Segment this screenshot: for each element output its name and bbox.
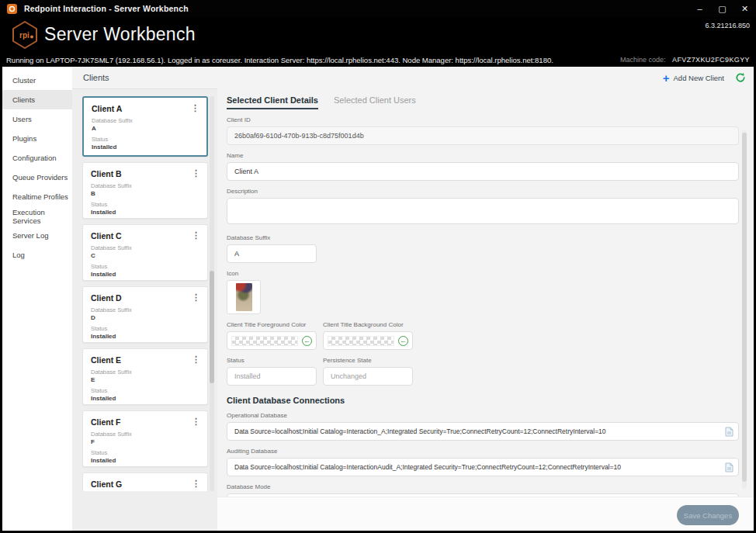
client-icon-picker[interactable] <box>227 280 261 314</box>
card-menu-kebab-icon[interactable]: ⋮ <box>189 230 203 241</box>
database-suffix-field[interactable] <box>227 244 317 263</box>
card-status-label: Status <box>92 136 199 143</box>
sidebar-item-configuration[interactable]: Configuration <box>2 148 72 168</box>
persistence-state-label: Persistence State <box>323 357 416 364</box>
client-card-client-d[interactable]: Client D⋮Database SuffixDStatusInstalled <box>82 286 208 343</box>
icon-label: Icon <box>227 270 754 277</box>
bg-color-field[interactable]: ← <box>323 331 413 350</box>
client-card-client-f[interactable]: Client F⋮Database SuffixFStatusInstalled <box>82 410 208 467</box>
machine-code: Machine code: AFVZ7XKU2FC9KGYY <box>620 56 750 64</box>
operational-database-field[interactable] <box>227 422 739 441</box>
card-menu-kebab-icon[interactable]: ⋮ <box>189 292 203 303</box>
card-suffix-label: Database Suffix <box>91 431 199 438</box>
client-card-title: Client E <box>91 355 199 365</box>
app-window: Redpoint Interaction - Server Workbench … <box>0 0 756 533</box>
add-new-client-button[interactable]: + Add New Client <box>663 72 724 84</box>
client-card-title: Client F <box>91 417 199 427</box>
close-button[interactable]: ✕ <box>733 0 756 17</box>
header: rpi Server Workbench 6.3.21216.850 <box>0 17 756 53</box>
refresh-icon <box>735 72 746 83</box>
sidebar-item-cluster[interactable]: Cluster <box>2 71 72 90</box>
tab-selected-client-users[interactable]: Selected Client Users <box>334 95 416 109</box>
auditing-database-input[interactable] <box>234 463 720 471</box>
page-title: Server Workbench <box>44 24 196 45</box>
client-card-title: Client A <box>92 104 199 113</box>
details-scrollbar-thumb[interactable] <box>742 133 747 482</box>
titlebar: Redpoint Interaction - Server Workbench … <box>0 0 756 17</box>
sidebar-item-realtime-profiles[interactable]: Realtime Profiles <box>2 187 72 206</box>
maximize-button[interactable]: ▢ <box>711 0 733 17</box>
card-menu-kebab-icon[interactable]: ⋮ <box>189 416 203 427</box>
client-card-client-g[interactable]: Client G⋮Database SuffixGStatusInstalled <box>82 472 208 491</box>
database-suffix-label: Database Suffix <box>227 234 754 241</box>
card-suffix-label: Database Suffix <box>91 182 199 189</box>
sidebar-item-users[interactable]: Users <box>2 109 72 129</box>
sidebar-item-queue-providers[interactable]: Queue Providers <box>2 168 72 187</box>
app-logo-icon <box>7 4 17 14</box>
rpi-hexagon-logo: rpi <box>9 19 40 50</box>
window-title: Redpoint Interaction - Server Workbench <box>24 4 189 13</box>
card-suffix-value: F <box>91 438 199 445</box>
client-list-scrollbar-thumb[interactable] <box>210 271 214 383</box>
client-id-field[interactable] <box>227 126 739 145</box>
card-menu-kebab-icon[interactable]: ⋮ <box>188 102 203 114</box>
client-card-client-e[interactable]: Client E⋮Database SuffixEStatusInstalled <box>82 348 208 405</box>
minimize-button[interactable]: – <box>688 0 711 17</box>
main-panel: Clients + Add New Client Cli <box>72 67 754 531</box>
card-menu-kebab-icon[interactable]: ⋮ <box>189 168 203 179</box>
sidebar-item-execution-services[interactable]: Execution Services <box>2 206 72 226</box>
card-status-label: Status <box>91 201 199 208</box>
client-list: Client A⋮Database SuffixAStatusInstalled… <box>72 88 217 531</box>
card-menu-kebab-icon[interactable]: ⋮ <box>189 354 203 365</box>
clients-heading: Clients <box>83 73 109 82</box>
card-suffix-value: B <box>91 190 199 197</box>
operational-database-input[interactable] <box>234 427 720 435</box>
description-label: Description <box>227 188 754 195</box>
client-details-panel: Selected Client Details Selected Client … <box>217 88 754 497</box>
card-suffix-label: Database Suffix <box>91 306 199 313</box>
reset-color-icon[interactable]: ← <box>398 336 408 346</box>
client-list-scrollbar[interactable] <box>210 96 214 491</box>
card-status-label: Status <box>91 263 199 270</box>
client-card-client-b[interactable]: Client B⋮Database SuffixBStatusInstalled <box>82 162 208 219</box>
reset-color-icon[interactable]: ← <box>302 336 312 346</box>
fg-color-field[interactable]: ← <box>227 331 317 350</box>
sidebar-item-log[interactable]: Log <box>2 245 72 265</box>
client-icon-image <box>236 283 252 311</box>
client-card-client-c[interactable]: Client C⋮Database SuffixCStatusInstalled <box>82 224 208 281</box>
window-controls: – ▢ ✕ <box>688 0 756 17</box>
machine-code-value: AFVZ7XKU2FC9KGYY <box>672 56 750 64</box>
details-tabs: Selected Client Details Selected Client … <box>227 95 754 109</box>
card-status-label: Status <box>91 387 199 394</box>
client-database-connections-heading: Client Database Connections <box>227 396 754 405</box>
top-actions: + Add New Client <box>663 72 746 84</box>
connection-status-text: Running on LAPTOP-7JK7SML7 (192.168.56.1… <box>6 56 553 64</box>
name-field[interactable] <box>227 162 739 181</box>
persistence-state-field[interactable] <box>323 367 413 386</box>
card-suffix-value: E <box>91 376 199 383</box>
card-menu-kebab-icon[interactable]: ⋮ <box>189 478 203 490</box>
card-status-value: Installed <box>91 209 199 216</box>
tab-selected-client-details[interactable]: Selected Client Details <box>227 95 318 109</box>
sidebar-item-clients[interactable]: Clients <box>2 90 72 109</box>
client-card-title: Client D <box>91 293 199 303</box>
connection-string-document-icon[interactable] <box>725 427 733 437</box>
save-changes-button[interactable]: Save Changes <box>677 505 739 525</box>
name-label: Name <box>227 152 754 159</box>
card-suffix-label: Database Suffix <box>92 117 199 124</box>
auditing-database-field[interactable] <box>227 458 739 476</box>
status-field[interactable] <box>227 367 317 386</box>
description-field[interactable] <box>227 198 739 224</box>
card-suffix-value: A <box>92 125 199 132</box>
refresh-button[interactable] <box>735 72 746 83</box>
sidebar-item-server-log[interactable]: Server Log <box>2 226 72 245</box>
client-card-client-a[interactable]: Client A⋮Database SuffixAStatusInstalled <box>82 96 208 157</box>
sidebar-item-plugins[interactable]: Plugins <box>2 129 72 148</box>
card-status-value: Installed <box>91 457 199 464</box>
card-suffix-label: Database Suffix <box>91 369 199 376</box>
status-label: Status <box>227 357 320 364</box>
add-new-client-label: Add New Client <box>674 74 724 82</box>
connection-string-document-icon[interactable] <box>725 462 733 472</box>
details-scrollbar[interactable] <box>742 130 747 489</box>
transparency-checker <box>231 336 298 346</box>
